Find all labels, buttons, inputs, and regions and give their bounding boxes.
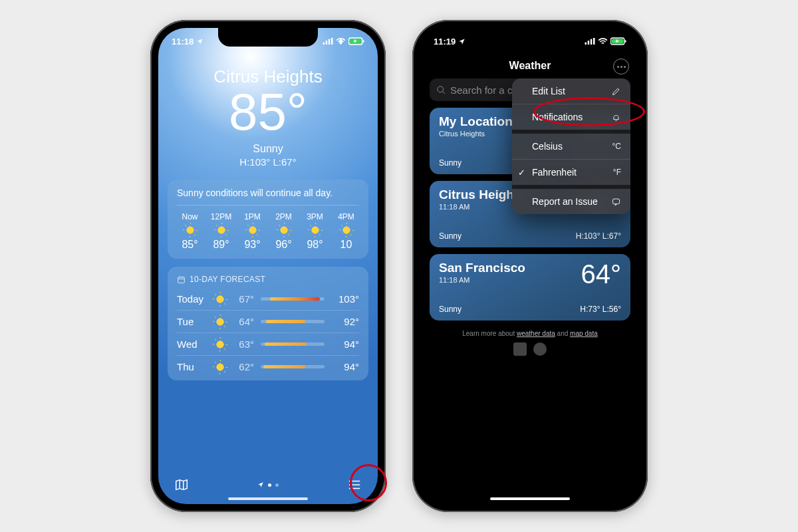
hour-label: 1PM bbox=[244, 212, 261, 221]
hour-temp: 93° bbox=[244, 239, 260, 251]
menu-fahrenheit[interactable]: ✓ Fahrenheit °F bbox=[512, 159, 630, 185]
high-temp: 94° bbox=[331, 338, 359, 350]
phone-weather-detail: 11:18 Citrus Heights 85° Sunny H:103° L:… bbox=[150, 20, 386, 512]
daily-row[interactable]: Wed 63° 94° bbox=[177, 332, 359, 355]
wifi-icon bbox=[598, 38, 608, 45]
hour-temp: 10 bbox=[340, 239, 352, 251]
more-button[interactable] bbox=[613, 59, 629, 74]
tenday-forecast-card[interactable]: 10-DAY FORECAST Today 67° 103°Tue 64° 92… bbox=[168, 267, 368, 380]
sun-icon bbox=[311, 225, 320, 235]
menu-notifications[interactable]: Notifications bbox=[512, 104, 630, 130]
sun-icon bbox=[215, 362, 225, 372]
sun-icon bbox=[342, 225, 351, 235]
svg-rect-13 bbox=[591, 39, 593, 45]
weather-list-screen: 11:19 Weather Search for a city or airpo… bbox=[420, 28, 640, 504]
hour-cell: 1PM 93° bbox=[239, 212, 265, 251]
high-temp: 94° bbox=[331, 361, 359, 372]
list-icon bbox=[347, 477, 362, 492]
hi-lo-text: H:103° L:67° bbox=[158, 156, 378, 168]
hour-label: 2PM bbox=[275, 212, 292, 221]
high-temp: 92° bbox=[331, 316, 359, 327]
daily-row[interactable]: Today 67° 103° bbox=[177, 288, 359, 310]
city-temp: 64° bbox=[581, 261, 622, 287]
sun-icon bbox=[248, 225, 257, 235]
page-dot bbox=[268, 483, 271, 487]
svg-rect-1 bbox=[326, 41, 328, 45]
sun-icon bbox=[279, 225, 289, 235]
svg-point-18 bbox=[438, 86, 444, 92]
location-arrow-icon bbox=[196, 38, 203, 45]
page-title: Weather bbox=[509, 60, 551, 71]
hour-temp: 96° bbox=[275, 239, 291, 251]
search-icon bbox=[436, 85, 446, 95]
city-subtext: Citrus Heights bbox=[439, 130, 513, 138]
svg-rect-3 bbox=[331, 38, 333, 45]
hour-cell: 4PM 10 bbox=[333, 212, 359, 251]
home-indicator[interactable] bbox=[228, 497, 308, 500]
svg-point-9 bbox=[349, 484, 350, 485]
temp-range-bar bbox=[261, 297, 325, 301]
city-hilo: H:73° L:56° bbox=[580, 305, 621, 314]
battery-charging-icon bbox=[610, 37, 626, 45]
home-indicator[interactable] bbox=[490, 497, 570, 500]
sun-icon bbox=[215, 317, 225, 327]
city-name: San Francisco bbox=[439, 261, 525, 275]
location-arrow-icon bbox=[257, 481, 264, 488]
sun-icon bbox=[215, 295, 225, 304]
city-hilo: H:103° L:67° bbox=[576, 231, 621, 241]
day-label: Tue bbox=[177, 316, 209, 327]
map-icon bbox=[174, 477, 189, 492]
chat-bubble-icon bbox=[611, 197, 621, 207]
calendar-icon bbox=[177, 275, 186, 284]
cell-signal-icon bbox=[323, 38, 333, 45]
hour-label: 4PM bbox=[338, 212, 354, 221]
page-dots[interactable] bbox=[257, 481, 279, 488]
low-temp: 63° bbox=[231, 338, 254, 350]
svg-rect-11 bbox=[585, 43, 587, 45]
menu-edit-list[interactable]: Edit List bbox=[512, 78, 630, 104]
high-temp: 103° bbox=[331, 293, 359, 305]
daily-row[interactable]: Tue 64° 92° bbox=[177, 310, 359, 332]
sun-icon bbox=[215, 340, 225, 349]
hour-label: 12PM bbox=[211, 212, 231, 221]
provider-logos bbox=[420, 342, 640, 356]
low-temp: 64° bbox=[231, 316, 254, 327]
daily-row[interactable]: Thu 62° 94° bbox=[177, 355, 359, 378]
day-label: Thu bbox=[177, 361, 209, 372]
menu-celsius[interactable]: Celsius °C bbox=[512, 130, 630, 159]
svg-point-8 bbox=[349, 481, 350, 482]
day-label: Today bbox=[177, 293, 209, 305]
hour-label: Now bbox=[182, 212, 198, 221]
provider-logo bbox=[533, 342, 547, 356]
page-dot bbox=[275, 483, 279, 487]
svg-rect-7 bbox=[178, 277, 185, 283]
city-subtext: 11:18 AM bbox=[439, 276, 525, 284]
city-card[interactable]: San Francisco 11:18 AM 64° Sunny H:73° L… bbox=[430, 254, 630, 321]
location-arrow-icon bbox=[458, 38, 466, 45]
menu-report-issue[interactable]: Report an Issue bbox=[512, 185, 630, 214]
map-button[interactable] bbox=[173, 476, 190, 493]
city-condition: Sunny bbox=[439, 158, 462, 168]
list-button[interactable] bbox=[346, 476, 363, 493]
status-time: 11:19 bbox=[434, 37, 456, 47]
summary-text: Sunny conditions will continue all day. bbox=[177, 188, 359, 205]
map-data-link[interactable]: map data bbox=[570, 330, 598, 337]
check-icon: ✓ bbox=[518, 168, 525, 178]
hourly-forecast-card[interactable]: Sunny conditions will continue all day. … bbox=[168, 180, 368, 259]
day-label: Wed bbox=[177, 338, 209, 350]
tenday-header: 10-DAY FORECAST bbox=[177, 275, 359, 284]
svg-rect-6 bbox=[363, 40, 364, 43]
svg-rect-2 bbox=[329, 39, 331, 45]
current-temp: 85° bbox=[158, 86, 378, 138]
temp-range-bar bbox=[261, 320, 325, 323]
battery-charging-icon bbox=[348, 37, 364, 45]
hour-cell: 2PM 96° bbox=[271, 212, 297, 251]
weather-data-link[interactable]: weather data bbox=[517, 330, 555, 337]
notch bbox=[218, 28, 318, 47]
options-menu: Edit List Notifications Celsius °C ✓ Fah… bbox=[512, 78, 630, 214]
hour-cell: Now 85° bbox=[177, 212, 203, 251]
hour-temp: 85° bbox=[182, 239, 198, 251]
svg-rect-17 bbox=[625, 40, 626, 43]
attribution-text: Learn more about weather data and map da… bbox=[420, 330, 640, 337]
phone-weather-list: 11:19 Weather Search for a city or airpo… bbox=[412, 20, 648, 512]
